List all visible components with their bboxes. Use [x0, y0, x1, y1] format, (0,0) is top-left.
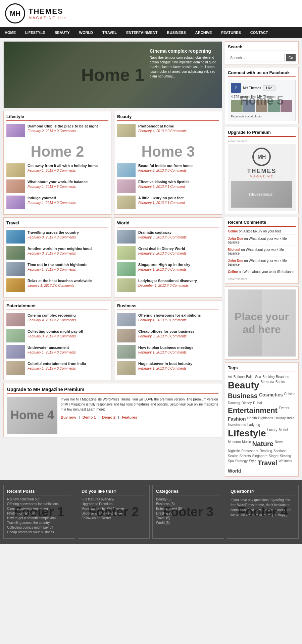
- footer-link[interactable]: Travelling across the country: [7, 521, 50, 525]
- tag[interactable]: Singer: [269, 454, 279, 458]
- article-link[interactable]: Underwater amazement: [28, 345, 69, 350]
- tag[interactable]: News: [275, 440, 283, 448]
- article-link[interactable]: Get away from it all with a holiday home: [28, 164, 98, 168]
- tag[interactable]: Strategy: [235, 459, 248, 467]
- tag[interactable]: Lifestyle: [228, 428, 266, 439]
- tag[interactable]: Model: [279, 428, 288, 439]
- nav-contact[interactable]: CONTACT: [246, 27, 273, 38]
- tag[interactable]: Entertainment: [228, 406, 278, 415]
- tag[interactable]: Cosmetics: [259, 392, 283, 400]
- features-link[interactable]: Features: [122, 415, 137, 420]
- article-link[interactable]: Travelling across the country: [28, 230, 79, 234]
- article-link[interactable]: Huge takeover in boat industry: [138, 362, 192, 366]
- footer-link[interactable]: Follow us on Twitter: [82, 516, 111, 520]
- tag[interactable]: Museum: [228, 440, 241, 448]
- tag[interactable]: India: [287, 416, 294, 422]
- article-link[interactable]: Dramatic castaway: [138, 230, 171, 234]
- tag[interactable]: Singapore: [252, 454, 267, 458]
- tag[interactable]: Cuisine: [284, 392, 295, 400]
- footer-link[interactable]: Beauty (5): [156, 497, 171, 501]
- demo2-link[interactable]: Demo 2: [102, 415, 115, 420]
- buy-now-link[interactable]: Buy now: [61, 415, 76, 420]
- tag[interactable]: World: [228, 468, 241, 474]
- fb-like-button[interactable]: Like: [263, 85, 275, 91]
- article-link[interactable]: Cheap offices for your business: [138, 329, 194, 333]
- footer-link[interactable]: Cinema complex reopening: [7, 507, 48, 511]
- tag[interactable]: Ladybug: [247, 423, 260, 427]
- footer-link[interactable]: Photoshoot at home: [7, 512, 37, 515]
- nav-archive[interactable]: ARCHIVE: [191, 27, 217, 38]
- tag[interactable]: Bermuda: [260, 380, 274, 391]
- footer-link[interactable]: Offering showrooms for exhibitions: [7, 502, 59, 506]
- footer-link[interactable]: Full features overview: [82, 497, 114, 501]
- tag[interactable]: Highlands: [258, 416, 273, 422]
- footer-link[interactable]: Become a fan on Facebook: [82, 512, 122, 515]
- tag[interactable]: Sealife: [228, 454, 238, 458]
- footer-link[interactable]: R's new collection out: [7, 497, 39, 501]
- nav-travel[interactable]: TRAVEL: [98, 27, 121, 38]
- article-link[interactable]: Collecting comics might pay off: [28, 329, 83, 333]
- nav-beauty[interactable]: BEAUTY: [50, 27, 74, 38]
- tag[interactable]: Scotland: [273, 449, 287, 453]
- footer-link[interactable]: Lifestyle (5): [156, 512, 173, 515]
- nav-lifestyle[interactable]: LIFESTYLE: [20, 27, 50, 38]
- search-input[interactable]: [228, 54, 285, 61]
- demo1-link[interactable]: Demo 1: [83, 415, 96, 420]
- tag[interactable]: Balloon: [234, 375, 245, 379]
- tag[interactable]: Luxury: [267, 428, 278, 439]
- tag[interactable]: Events: [279, 406, 289, 415]
- article-link[interactable]: Indulge yourself: [28, 196, 56, 200]
- article-link[interactable]: Offering showrooms for exhibitions: [138, 313, 201, 317]
- footer-link[interactable]: Entertainment (5): [156, 507, 182, 511]
- comment-link[interactable]: A little luxury on your feet: [243, 229, 281, 233]
- article-link[interactable]: A little luxury on your feet: [138, 196, 184, 200]
- footer-link[interactable]: Business (5): [156, 502, 175, 506]
- article-link[interactable]: Diamond Club is the place to be at night: [28, 124, 98, 128]
- search-button[interactable]: Go: [286, 54, 296, 61]
- article-link[interactable]: Effective kissing with lipstick: [138, 180, 190, 184]
- tag[interactable]: Investments: [228, 423, 246, 427]
- tag[interactable]: Dancing: [228, 401, 240, 405]
- tag[interactable]: Art: [228, 375, 232, 379]
- article-link[interactable]: Ladybugs: Sensational discovery: [138, 279, 197, 283]
- tag[interactable]: Skating: [280, 454, 291, 458]
- nav-home[interactable]: HOME: [0, 27, 20, 38]
- tag[interactable]: Dubai: [253, 401, 262, 405]
- tag[interactable]: Beauty: [228, 380, 259, 391]
- tag[interactable]: Disney: [242, 401, 252, 405]
- tag[interactable]: Travel: [258, 459, 277, 467]
- footer-link[interactable]: Upgrade to Premium: [82, 502, 112, 506]
- nav-business[interactable]: BUSINESS: [162, 27, 191, 38]
- tag[interactable]: Nightlife: [228, 449, 240, 453]
- tag[interactable]: Secrets: [240, 454, 251, 458]
- footer-link[interactable]: World (5): [156, 521, 170, 525]
- tag[interactable]: Holiday: [274, 416, 286, 422]
- tag[interactable]: Photoshoot: [241, 449, 258, 453]
- article-link[interactable]: Great deal in Disney World: [138, 247, 185, 251]
- article-link[interactable]: Singapore: High up in the sky: [138, 263, 190, 267]
- nav-entertainment[interactable]: ENTERTAINMENT: [121, 27, 162, 38]
- tag[interactable]: Banking: [262, 375, 274, 379]
- article-link[interactable]: Time out in the scottish highlands: [28, 263, 87, 267]
- article-link[interactable]: Another world in your neighborhood: [28, 247, 92, 251]
- tag[interactable]: Nature: [252, 440, 273, 448]
- article-link[interactable]: Cinema complex reopening: [28, 313, 76, 317]
- footer-link[interactable]: Collecting comics might pay off: [7, 526, 53, 529]
- article-link[interactable]: Beautiful inside out from home: [138, 164, 193, 168]
- tag[interactable]: Music: [242, 440, 251, 448]
- tag[interactable]: Spa: [228, 459, 234, 467]
- tag[interactable]: Reading: [260, 449, 272, 453]
- tag[interactable]: Health: [247, 416, 257, 422]
- footer-link[interactable]: More themes by MH Themes: [82, 507, 125, 511]
- article-link[interactable]: Relax at the best beaches worldwide: [28, 279, 92, 283]
- tag[interactable]: Wellness: [279, 459, 292, 467]
- tag[interactable]: Style: [249, 459, 256, 467]
- footer-link[interactable]: How to get a smooth complexion: [7, 516, 56, 520]
- article-link[interactable]: Colorful entertainment from India: [28, 362, 86, 366]
- article-link[interactable]: Photoshoot at home: [138, 124, 174, 128]
- tag[interactable]: Books: [275, 380, 285, 391]
- tag[interactable]: Baltic Sea: [246, 375, 261, 379]
- tag[interactable]: Business: [228, 392, 258, 400]
- article-link[interactable]: How to plan business meetings: [138, 345, 193, 350]
- footer-link[interactable]: Travel (5): [156, 516, 170, 520]
